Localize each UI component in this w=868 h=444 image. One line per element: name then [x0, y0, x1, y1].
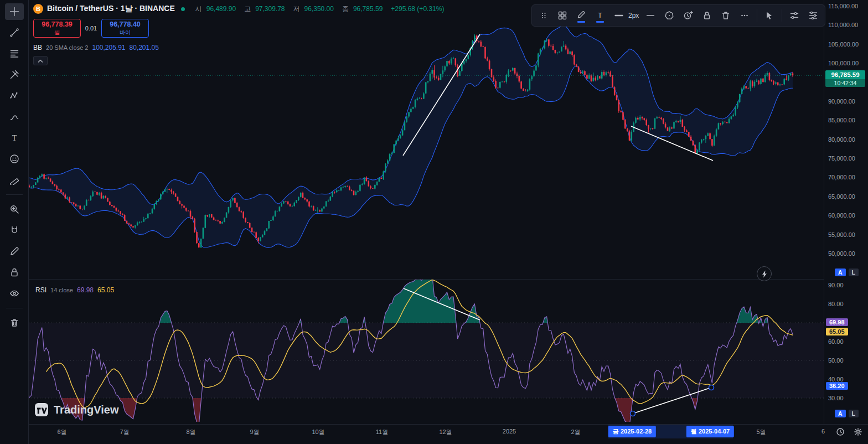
lock-icon[interactable]: [699, 7, 715, 24]
rsi-value-badge: 65.05: [826, 328, 848, 335]
date-range-badge[interactable]: 금 2025-02-28: [608, 426, 656, 437]
price-axis-label: 60,000.00: [828, 212, 855, 219]
bb-lower-value: 80,201.05: [130, 44, 159, 51]
price-axis-label: 110,000.00: [828, 22, 858, 28]
rsi-name: RSI: [35, 286, 46, 294]
tradingview-watermark[interactable]: TradingView: [34, 402, 118, 417]
active-color-bar: [577, 21, 585, 23]
time-axis-label: 12월: [439, 428, 452, 436]
sell-price: 96,778.39: [42, 20, 73, 28]
time-axis-label: 6: [822, 428, 825, 435]
time-axis-label: 2025: [503, 428, 516, 435]
lightning-icon: [761, 270, 768, 278]
price-axis-label: 55,000.00: [828, 231, 855, 238]
svg-text:T: T: [12, 134, 17, 142]
delete-icon[interactable]: [717, 7, 734, 24]
zoom-tool[interactable]: [5, 201, 24, 218]
buy-button[interactable]: 96,778.40 바이: [101, 19, 149, 38]
instant-order-button[interactable]: [757, 266, 772, 281]
close-value: 96,785.59: [353, 5, 383, 13]
rsi-value-badge: 36.20: [826, 382, 848, 390]
alert-clock-icon[interactable]: [680, 7, 696, 24]
bar-countdown: 10:42:34: [825, 79, 865, 87]
crosshair-tool[interactable]: [5, 3, 24, 20]
ruler-tool[interactable]: [5, 172, 24, 188]
toolbar-divider: [782, 9, 782, 22]
text-color-icon[interactable]: T: [592, 7, 608, 24]
magnet-tool[interactable]: [5, 222, 24, 239]
layout-grid-icon[interactable]: [554, 7, 571, 24]
drag-handle-icon[interactable]: [535, 7, 552, 24]
svg-text:T: T: [598, 12, 602, 19]
text-tool[interactable]: T: [5, 130, 24, 146]
last-price-value: 96,785.59: [825, 70, 865, 79]
log-scale-button[interactable]: L: [849, 269, 859, 276]
price-axis[interactable]: 96,785.59 10:42:34 115,000.00110,000.001…: [824, 0, 868, 424]
open-value: 96,489.90: [206, 5, 236, 13]
settings-sliders-icon[interactable]: [786, 7, 803, 24]
price-axis-label: 50,000.00: [828, 250, 855, 257]
line-style-icon[interactable]: [642, 7, 659, 24]
time-axis-label: 2월: [571, 428, 580, 436]
pitchfork-tool[interactable]: [5, 66, 24, 83]
price-axis-label: 115,000.00: [828, 3, 858, 9]
line-color-icon[interactable]: [573, 7, 590, 24]
trendline-tool[interactable]: [5, 24, 24, 41]
panel-sliders-icon[interactable]: [805, 7, 822, 24]
price-axis-label: 100,000.00: [828, 60, 859, 66]
rsi-params: 14 close: [50, 287, 73, 293]
auto-scale-button[interactable]: A: [835, 410, 846, 417]
timezone-clock-icon[interactable]: [836, 427, 845, 438]
last-price-badge: 96,785.59 10:42:34: [825, 70, 865, 87]
bb-indicator-legend[interactable]: BB 20 SMA close 2 100,205.91 80,201.05: [33, 44, 444, 51]
line-width-label[interactable]: 2px: [628, 12, 639, 19]
fib-retracement-tool[interactable]: [5, 45, 24, 62]
axis-settings-icon[interactable]: [854, 427, 862, 438]
trade-buttons: 96,778.39 셀 0.01 96,778.40 바이: [33, 19, 444, 38]
rsi-value-badge: 69.98: [826, 318, 848, 326]
collapse-legend-button[interactable]: [33, 56, 48, 65]
high-value: 97,309.78: [255, 5, 285, 13]
hide-all-tool[interactable]: [5, 285, 24, 302]
date-range-badge[interactable]: 월 2025-04-07: [686, 426, 734, 437]
price-chart[interactable]: [0, 0, 868, 444]
line-width-icon[interactable]: [611, 7, 627, 24]
price-axis-label: 105,000.00: [828, 41, 859, 48]
rsi-value: 69.98: [77, 286, 94, 294]
remove-all-tool[interactable]: [5, 314, 24, 331]
market-status-dot[interactable]: [181, 7, 185, 11]
time-axis[interactable]: 6월7월8월9월10월11월12월20252월5월6금 2025-02-28월 …: [29, 424, 868, 444]
log-scale-button[interactable]: L: [849, 410, 859, 417]
polygon-icon[interactable]: [661, 7, 678, 24]
emoji-tool[interactable]: [5, 151, 24, 167]
scale-buttons-rsi: A L: [835, 410, 859, 417]
bitcoin-icon: B: [33, 4, 43, 14]
buy-label: 바이: [120, 29, 131, 37]
brush-tool[interactable]: [5, 109, 24, 125]
trading-terminal: T B Bitcoin / TetherUS · 1날 · BINANCE 시9…: [0, 0, 868, 444]
rsi-indicator-legend[interactable]: RSI 14 close 69.98 65.05: [35, 286, 114, 294]
spread-value: 0.01: [81, 19, 101, 38]
time-axis-label: 7월: [120, 428, 129, 436]
open-label: 시: [195, 4, 202, 14]
price-axis-label: 85,000.00: [828, 117, 855, 123]
rsi-axis-label: 60.00: [828, 338, 844, 345]
toolbar-divider: [757, 9, 757, 22]
sell-button[interactable]: 96,778.39 셀: [33, 19, 81, 38]
time-axis-label: 11월: [376, 428, 388, 436]
active-color-bar: [596, 21, 604, 23]
buy-price: 96,778.40: [110, 20, 141, 28]
watermark-text: TradingView: [54, 404, 118, 416]
edit-tool[interactable]: [5, 243, 24, 260]
rsi-axis-label: 80.00: [828, 301, 844, 307]
time-axis-label: 9월: [250, 428, 259, 436]
pattern-tool[interactable]: [5, 87, 24, 104]
price-axis-label: 70,000.00: [828, 174, 855, 180]
symbol-title[interactable]: Bitcoin / TetherUS · 1날 · BINANCE: [47, 4, 175, 14]
more-options-icon[interactable]: [736, 7, 753, 24]
auto-scale-button[interactable]: A: [835, 269, 846, 276]
rsi-ma-value: 65.05: [97, 286, 114, 294]
lock-all-tool[interactable]: [5, 264, 24, 281]
object-tree-icon[interactable]: [761, 7, 778, 24]
price-axis-label: 90,000.00: [828, 98, 855, 105]
